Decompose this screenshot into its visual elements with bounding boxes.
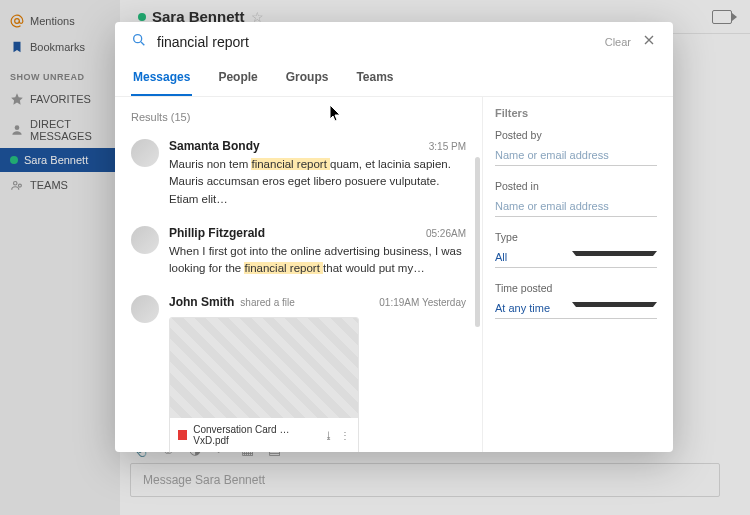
result-row[interactable]: John Smith shared a file 01:19AM Yesterd…: [115, 285, 482, 452]
tab-teams[interactable]: Teams: [354, 62, 395, 96]
search-modal: Clear Messages People Groups Teams Resul…: [115, 22, 673, 452]
search-results[interactable]: Results (15) Samanta Bondy 3:15 PM Mauri…: [115, 97, 483, 452]
avatar: [131, 139, 159, 167]
search-icon: [131, 32, 147, 52]
tab-people[interactable]: People: [216, 62, 259, 96]
chevron-down-icon: [572, 251, 657, 264]
download-icon[interactable]: ⭳: [324, 430, 334, 441]
search-tabs: Messages People Groups Teams: [115, 62, 673, 97]
cursor-icon: [329, 104, 343, 122]
result-timestamp: 3:15 PM: [429, 141, 466, 152]
tab-messages[interactable]: Messages: [131, 62, 192, 96]
filter-posted-by-input[interactable]: [495, 145, 657, 166]
more-icon[interactable]: ⋮: [340, 430, 350, 441]
result-row[interactable]: Phillip Fitzgerald 05:26AM When I first …: [115, 216, 482, 286]
chevron-down-icon: [572, 302, 657, 315]
avatar: [131, 295, 159, 323]
result-author: John Smith: [169, 295, 234, 309]
result-snippet: Mauris non tem financial report quam, et…: [169, 156, 466, 208]
filter-posted-in-label: Posted in: [495, 180, 657, 192]
tab-groups[interactable]: Groups: [284, 62, 331, 96]
filter-time-select[interactable]: At any time: [495, 298, 657, 319]
file-attachment[interactable]: Conversation Card … VxD.pdf ⭳ ⋮ 3.8 Mb: [169, 317, 359, 452]
filter-posted-in-input[interactable]: [495, 196, 657, 217]
filters-panel: Filters Posted by Posted in Type All Tim…: [483, 97, 673, 452]
result-row[interactable]: Samanta Bondy 3:15 PM Mauris non tem fin…: [115, 129, 482, 216]
result-timestamp: 01:19AM Yesterday: [379, 297, 466, 308]
file-name: Conversation Card … VxD.pdf: [193, 424, 318, 446]
filter-posted-by-label: Posted by: [495, 129, 657, 141]
result-author: Samanta Bondy: [169, 139, 260, 153]
file-thumbnail: [170, 318, 358, 418]
pdf-icon: [178, 430, 187, 440]
result-snippet: When I first got into the online adverti…: [169, 243, 466, 278]
filters-title: Filters: [495, 107, 657, 119]
result-author: Phillip Fitzgerald: [169, 226, 265, 240]
filter-type-label: Type: [495, 231, 657, 243]
result-meta: shared a file: [240, 297, 294, 308]
results-count: Results (15): [115, 105, 482, 129]
search-input[interactable]: [157, 34, 595, 50]
avatar: [131, 226, 159, 254]
filter-time-label: Time posted: [495, 282, 657, 294]
close-icon[interactable]: [641, 32, 657, 52]
result-timestamp: 05:26AM: [426, 228, 466, 239]
filter-type-select[interactable]: All: [495, 247, 657, 268]
scrollbar[interactable]: [475, 157, 480, 327]
svg-point-4: [134, 35, 142, 43]
clear-button[interactable]: Clear: [605, 36, 631, 48]
